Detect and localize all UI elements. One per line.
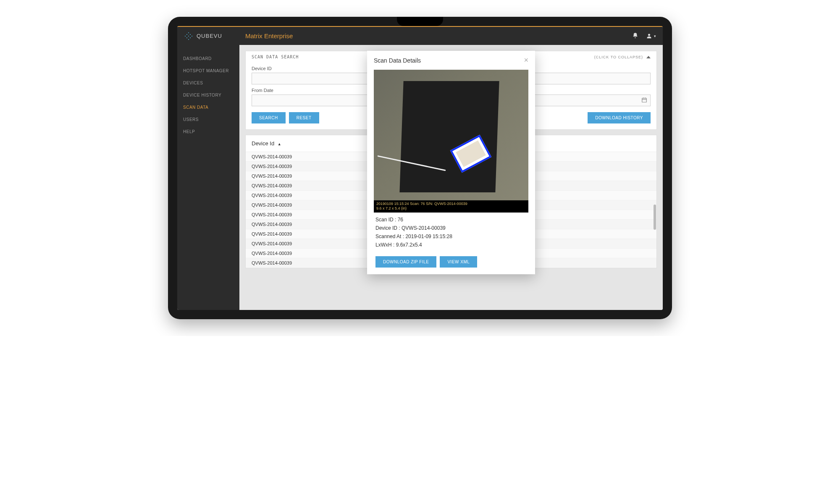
reset-button[interactable]: RESET: [289, 112, 319, 123]
view-xml-button[interactable]: VIEW XML: [440, 256, 477, 268]
caption-line: 20190109 15:15:24 Scan: 76 S/N: QVWS-201…: [376, 202, 526, 207]
brand-name: QUBEVU: [197, 33, 222, 39]
sidebar-item-hotspot-manager[interactable]: HOTSPOT MANAGER: [177, 65, 239, 77]
modal-title: Scan Data Details: [374, 57, 421, 64]
app-header: QUBEVU Matrix Enterprise ▾: [177, 26, 663, 45]
logo-icon: [184, 32, 193, 41]
sidebar-item-label: DEVICES: [183, 81, 203, 85]
calendar-icon[interactable]: [641, 97, 647, 104]
scan-details-modal: Scan Data Details × 20190109 15:15:24 Sc…: [367, 51, 535, 274]
download-history-button[interactable]: DOWNLOAD HISTORY: [588, 112, 651, 123]
screen: QUBEVU Matrix Enterprise ▾ DASHBOARD HOT…: [177, 26, 663, 310]
detail-device-id: Device ID : QVWS-2014-00039: [375, 225, 527, 231]
image-caption: 20190109 15:15:24 Scan: 76 S/N: QVWS-201…: [374, 200, 528, 213]
sidebar-item-label: DASHBOARD: [183, 56, 212, 61]
search-button[interactable]: SEARCH: [252, 112, 286, 123]
download-zip-button[interactable]: DOWNLOAD ZIP FILE: [375, 256, 436, 268]
scrollbar[interactable]: [654, 205, 656, 230]
tablet-notch: [397, 17, 443, 26]
column-label: Device Id: [252, 140, 274, 147]
sidebar-item-label: SCAN DATA: [183, 105, 208, 110]
sidebar-item-label: HELP: [183, 129, 195, 134]
sidebar-item-label: HOTSPOT MANAGER: [183, 68, 229, 73]
sidebar-item-label: USERS: [183, 117, 199, 122]
caption-line: 9.6 x 7.2 x 5.4 (in): [376, 206, 526, 211]
sidebar: DASHBOARD HOTSPOT MANAGER DEVICES DEVICE…: [177, 45, 239, 310]
sidebar-item-device-history[interactable]: DEVICE HISTORY: [177, 89, 239, 101]
sidebar-item-users[interactable]: USERS: [177, 113, 239, 126]
chevron-up-icon: [646, 56, 651, 58]
tablet-frame: QUBEVU Matrix Enterprise ▾ DASHBOARD HOT…: [168, 17, 672, 319]
sidebar-item-scan-data[interactable]: SCAN DATA: [177, 101, 239, 113]
detail-scanned-at: Scanned At : 2019-01-09 15:15:28: [375, 234, 527, 239]
chevron-down-icon: ▾: [654, 34, 656, 38]
user-menu[interactable]: ▾: [646, 33, 656, 39]
sidebar-item-devices[interactable]: DEVICES: [177, 77, 239, 89]
svg-point-0: [648, 34, 650, 36]
close-icon[interactable]: ×: [524, 56, 528, 65]
scan-image: 20190109 15:15:24 Scan: 76 S/N: QVWS-201…: [374, 70, 528, 213]
sidebar-item-help[interactable]: HELP: [177, 126, 239, 138]
detail-scan-id: Scan ID : 76: [375, 217, 527, 223]
notifications-icon[interactable]: [632, 32, 638, 40]
svg-rect-1: [642, 98, 647, 102]
detail-lxwxh: LxWxH : 9.6x7.2x5.4: [375, 242, 527, 248]
sort-asc-icon: ▲: [278, 142, 281, 146]
main-content: SCAN DATA SEARCH (CLICK TO COLLAPSE) Dev…: [239, 45, 663, 310]
app-title: Matrix Enterprise: [245, 32, 293, 39]
sidebar-item-dashboard[interactable]: DASHBOARD: [177, 52, 239, 65]
collapse-hint: (CLICK TO COLLAPSE): [594, 55, 643, 59]
collapse-toggle[interactable]: (CLICK TO COLLAPSE): [594, 55, 651, 59]
search-panel-title: SCAN DATA SEARCH: [252, 55, 299, 59]
brand-logo: QUBEVU: [184, 32, 239, 41]
sidebar-item-label: DEVICE HISTORY: [183, 93, 221, 97]
